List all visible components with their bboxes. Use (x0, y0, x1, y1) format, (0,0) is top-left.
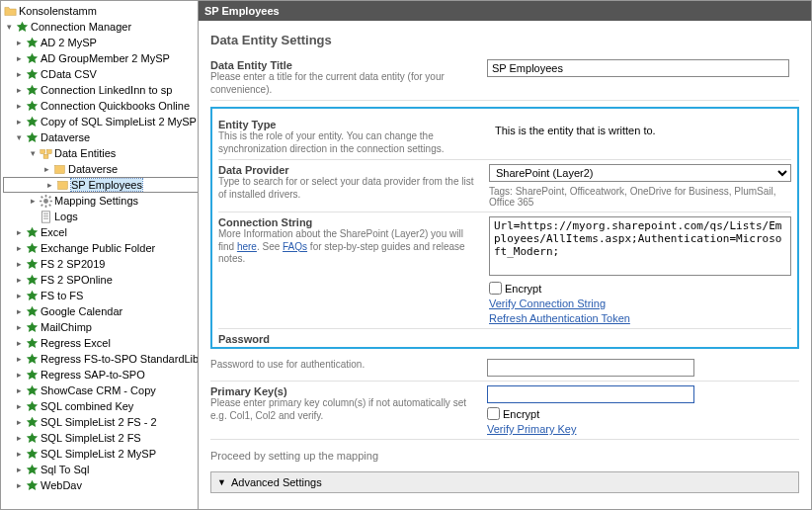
tree-connection-item[interactable]: ▸Connection Quickbooks Online (3, 98, 198, 114)
tree-root[interactable]: Konsolenstamm (3, 3, 198, 19)
expander-icon[interactable]: ▸ (13, 243, 25, 253)
field-password-partial: Password (218, 329, 791, 345)
expander-icon[interactable]: ▸ (13, 338, 25, 348)
link-faqs[interactable]: FAQs (283, 241, 307, 252)
highlight-box: Entity Type This is the role of your ent… (210, 107, 799, 349)
tree-connection-item[interactable]: ▸SQL combined Key (3, 398, 198, 414)
star-icon (25, 383, 39, 397)
expander-icon[interactable]: ▸ (13, 385, 25, 395)
expander-icon[interactable]: ▾ (3, 22, 15, 32)
expander-icon[interactable]: ▸ (13, 275, 25, 285)
tree-connection-item[interactable]: ▸Google Calendar (3, 303, 198, 319)
link-verify-conn[interactable]: Verify Connection String (489, 298, 791, 309)
tree-connection-item[interactable]: ▸Exchange Public Folder (3, 240, 198, 256)
titlebar: SP Employees (199, 1, 811, 21)
expander-icon[interactable]: ▸ (13, 433, 25, 443)
field-data-provider: Data Provider Type to search for or sele… (218, 160, 791, 212)
star-icon (25, 51, 39, 65)
titlebar-text: SP Employees (204, 5, 280, 17)
link-here[interactable]: here (237, 241, 257, 252)
star-icon (25, 352, 39, 366)
star-icon (25, 336, 39, 350)
sidebar-tree[interactable]: Konsolenstamm ▾ Connection Manager ▸AD 2… (1, 1, 199, 509)
expander-icon[interactable]: ▸ (43, 180, 55, 190)
expander-icon[interactable]: ▸ (13, 101, 25, 111)
desc-conn-string: More Information about the SharePoint (L… (218, 228, 481, 266)
expander-icon[interactable]: ▸ (13, 259, 25, 269)
tree-connection-item[interactable]: ▸Regress FS-to-SPO StandardLibrary (3, 351, 198, 367)
field-data-entity-title: Data Entity Title Please enter a title f… (210, 55, 799, 101)
checkbox-encrypt-cs[interactable]: Encrypt (489, 282, 791, 295)
expander-icon[interactable]: ▸ (41, 164, 52, 174)
expander-icon[interactable]: ▸ (13, 85, 25, 95)
tree-connection-item[interactable]: ▸AD GroupMember 2 MySP (3, 50, 198, 66)
expander-icon[interactable]: ▸ (13, 322, 25, 332)
star-icon (25, 431, 39, 445)
tree-connection-item[interactable]: ▸FS 2 SPOnline (3, 272, 198, 288)
expander-icon[interactable]: ▸ (13, 306, 25, 316)
tree-connection-item[interactable]: ▸AD 2 MySP (3, 35, 198, 50)
expander-icon[interactable]: ▸ (13, 449, 25, 459)
tree-connection-item[interactable]: ▸SQL SimpleList 2 FS - 2 (3, 414, 198, 430)
tree-connection-item[interactable]: ▸Connection LinkedInn to sp (3, 82, 198, 98)
desc-data-provider: Type to search for or select your data p… (218, 176, 481, 201)
desc-entity-type: This is the role of your entity. You can… (218, 130, 487, 155)
tree-dataverse[interactable]: ▾ Dataverse (3, 129, 198, 145)
svg-rect-4 (57, 181, 67, 189)
tree-connection-item[interactable]: ▸Regress SAP-to-SPO (3, 367, 198, 382)
star-icon (25, 368, 39, 382)
tree-connection-item[interactable]: ▸Regress Excel (3, 335, 198, 351)
expander-icon[interactable]: ▸ (13, 117, 25, 127)
label-title: Data Entity Title (210, 59, 479, 71)
tree-connection-item[interactable]: ▸MailChimp (3, 319, 198, 335)
expander-icon[interactable]: ▾ (13, 132, 25, 142)
input-password[interactable] (487, 359, 694, 377)
tree-connection-manager[interactable]: ▾ Connection Manager (3, 19, 198, 35)
star-icon (25, 225, 39, 239)
link-verify-pk[interactable]: Verify Primary Key (487, 423, 799, 435)
expander-icon[interactable]: ▸ (13, 354, 25, 364)
label-conn-string: Connection String (218, 216, 481, 228)
checkbox-encrypt-pk[interactable]: Encrypt (487, 407, 799, 420)
textarea-conn-string[interactable] (489, 216, 791, 276)
expander-icon[interactable]: ▸ (13, 69, 25, 79)
tree-connection-item[interactable]: ▸FS 2 SP2019 (3, 256, 198, 272)
expander-icon[interactable]: ▸ (13, 417, 25, 427)
expander-icon[interactable]: ▸ (13, 370, 25, 380)
expander-icon[interactable]: ▸ (27, 196, 39, 206)
input-entity-title[interactable] (487, 59, 789, 77)
value-entity-type: This is the entity that is written to. (495, 125, 791, 136)
tree-connection-item[interactable]: ▸WebDav (3, 477, 198, 493)
tree-mapping-settings[interactable]: ▸ Mapping Settings (3, 193, 198, 209)
tree-logs[interactable]: Logs (3, 209, 198, 224)
expander-icon[interactable]: ▸ (13, 38, 25, 47)
label-data-provider: Data Provider (218, 164, 481, 176)
tree-connection-item[interactable]: ▸SQL SimpleList 2 FS (3, 430, 198, 446)
tree-connection-item[interactable]: ▸FS to FS (3, 288, 198, 303)
star-icon (25, 399, 39, 413)
field-primary-key: Primary Key(s) Please enter primary key … (210, 382, 799, 440)
expander-icon[interactable]: ▸ (13, 227, 25, 237)
expander-icon[interactable]: ▸ (13, 480, 25, 490)
input-primary-key[interactable] (487, 385, 694, 403)
select-data-provider[interactable]: SharePoint (Layer2) (489, 164, 791, 182)
link-refresh-token[interactable]: Refresh Authentication Token (489, 312, 791, 324)
tree-connection-item[interactable]: ▸SQL SimpleList 2 MySP (3, 446, 198, 462)
expander-icon[interactable]: ▸ (13, 401, 25, 411)
tree-connection-item[interactable]: ▸Sql To Sql (3, 462, 198, 477)
tree-data-entities[interactable]: ▾ Data Entities (3, 145, 198, 161)
advanced-settings-toggle[interactable]: ▼ Advanced Settings (210, 471, 799, 493)
desc-password: Password to use for authentication. (210, 359, 479, 372)
star-icon (25, 320, 39, 334)
expander-icon[interactable]: ▾ (27, 148, 39, 158)
tree-entity-dataverse[interactable]: ▸ Dataverse (3, 161, 198, 177)
tree-connection-item[interactable]: ▸Excel (3, 224, 198, 240)
expander-icon[interactable]: ▸ (13, 291, 25, 300)
tree-connection-item[interactable]: ▸CData CSV (3, 66, 198, 82)
tree-entity-sp-employees[interactable]: ▸ SP Employees (3, 177, 199, 193)
expander-icon[interactable]: ▸ (13, 465, 25, 474)
tree-connection-item[interactable]: ▸Copy of SQL SimpleList 2 MySP (3, 114, 198, 129)
star-icon (25, 99, 39, 113)
expander-icon[interactable]: ▸ (13, 53, 25, 63)
tree-connection-item[interactable]: ▸ShowCase CRM - Copy (3, 382, 198, 398)
